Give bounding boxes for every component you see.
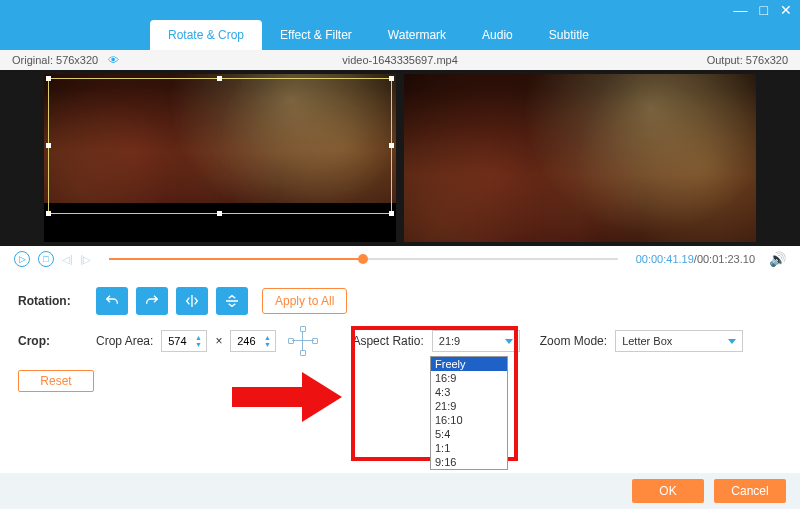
- rotate-left-button[interactable]: [96, 287, 128, 315]
- preview-area: [0, 70, 800, 246]
- ok-button[interactable]: OK: [632, 479, 704, 503]
- tab-bar: Rotate & Crop Effect & Filter Watermark …: [0, 20, 800, 50]
- aspect-option-1-1[interactable]: 1:1: [431, 441, 507, 455]
- original-pane[interactable]: [44, 74, 396, 242]
- aspect-option-21-9[interactable]: 21:9: [431, 399, 507, 413]
- zoom-mode-label: Zoom Mode:: [540, 334, 607, 348]
- tab-effect-filter[interactable]: Effect & Filter: [262, 20, 370, 50]
- stop-button[interactable]: □: [38, 251, 54, 267]
- tab-rotate-crop[interactable]: Rotate & Crop: [150, 20, 262, 50]
- tab-subtitle[interactable]: Subtitle: [531, 20, 607, 50]
- zoom-mode-select[interactable]: Letter Box: [615, 330, 743, 352]
- aspect-option-4-3[interactable]: 4:3: [431, 385, 507, 399]
- next-frame-button[interactable]: |▷: [81, 254, 92, 265]
- crop-handle-bl[interactable]: [46, 211, 51, 216]
- rotate-right-button[interactable]: [136, 287, 168, 315]
- seek-progress: [109, 258, 363, 260]
- titlebar: — □ ✕: [0, 0, 800, 20]
- crop-handle-tm[interactable]: [217, 76, 222, 81]
- crop-handle-mr[interactable]: [389, 143, 394, 148]
- crop-handle-bm[interactable]: [217, 211, 222, 216]
- crop-handle-tl[interactable]: [46, 76, 51, 81]
- output-dimensions: Output: 576x320: [707, 54, 788, 66]
- aspect-option-16-10[interactable]: 16:10: [431, 413, 507, 427]
- crop-label: Crop:: [18, 334, 88, 348]
- svg-marker-1: [302, 372, 342, 422]
- svg-rect-0: [232, 387, 302, 407]
- crop-width-input[interactable]: ▲▼: [161, 330, 207, 352]
- apply-to-all-button[interactable]: Apply to All: [262, 288, 347, 314]
- info-bar: Original: 576x320 👁 video-1643335697.mp4…: [0, 50, 800, 70]
- aspect-option-16-9[interactable]: 16:9: [431, 371, 507, 385]
- time-display: 00:00:41.19/00:01:23.10: [636, 253, 755, 265]
- aspect-option-9-16[interactable]: 9:16: [431, 455, 507, 469]
- tab-audio[interactable]: Audio: [464, 20, 531, 50]
- volume-icon[interactable]: 🔊: [769, 251, 786, 267]
- arrow-annotation: [232, 372, 342, 422]
- close-button[interactable]: ✕: [780, 2, 792, 18]
- caret-down-icon: [728, 339, 736, 344]
- playback-controls: ▷ □ ◁| |▷ 00:00:41.19/00:01:23.10 🔊: [0, 246, 800, 272]
- width-up[interactable]: ▲: [192, 334, 204, 341]
- crop-rectangle[interactable]: [48, 78, 392, 214]
- tab-watermark[interactable]: Watermark: [370, 20, 464, 50]
- original-dimensions: Original: 576x320: [12, 54, 98, 66]
- output-pane: [404, 74, 756, 242]
- position-control[interactable]: [290, 328, 316, 354]
- crop-handle-ml[interactable]: [46, 143, 51, 148]
- flip-vertical-button[interactable]: [216, 287, 248, 315]
- footer: OK Cancel: [0, 473, 800, 509]
- crop-area-label: Crop Area:: [96, 334, 153, 348]
- aspect-ratio-dropdown[interactable]: Freely 16:9 4:3 21:9 16:10 5:4 1:1 9:16: [430, 356, 508, 470]
- cancel-button[interactable]: Cancel: [714, 479, 786, 503]
- flip-horizontal-button[interactable]: [176, 287, 208, 315]
- aspect-option-5-4[interactable]: 5:4: [431, 427, 507, 441]
- seek-thumb[interactable]: [358, 254, 368, 264]
- seek-track[interactable]: [109, 258, 617, 260]
- settings-panel: Rotation: Apply to All Crop: Crop Area: …: [0, 272, 800, 414]
- aspect-ratio-select[interactable]: 21:9: [432, 330, 520, 352]
- crop-handle-br[interactable]: [389, 211, 394, 216]
- prev-frame-button[interactable]: ◁|: [62, 254, 73, 265]
- crop-height-input[interactable]: ▲▼: [230, 330, 276, 352]
- play-button[interactable]: ▷: [14, 251, 30, 267]
- minimize-button[interactable]: —: [734, 2, 748, 18]
- width-down[interactable]: ▼: [192, 341, 204, 348]
- aspect-ratio-label: Aspect Ratio:: [352, 334, 423, 348]
- crop-handle-tr[interactable]: [389, 76, 394, 81]
- maximize-button[interactable]: □: [760, 2, 768, 18]
- height-up[interactable]: ▲: [261, 334, 273, 341]
- times-symbol: ×: [215, 334, 222, 348]
- filename-label: video-1643335697.mp4: [342, 54, 458, 66]
- rotation-label: Rotation:: [18, 294, 88, 308]
- height-down[interactable]: ▼: [261, 341, 273, 348]
- reset-button[interactable]: Reset: [18, 370, 94, 392]
- eye-icon[interactable]: 👁: [108, 54, 119, 66]
- aspect-option-freely[interactable]: Freely: [431, 357, 507, 371]
- caret-down-icon: [505, 339, 513, 344]
